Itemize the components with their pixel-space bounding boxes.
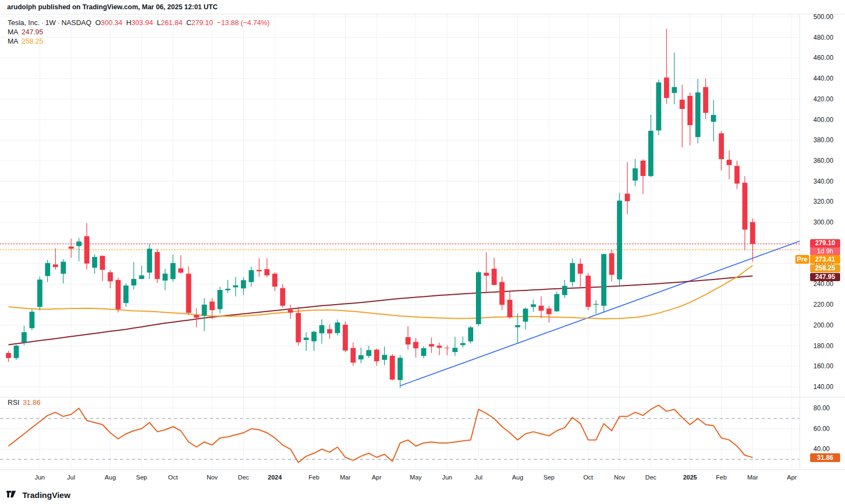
candle[interactable] [578, 258, 583, 288]
time-axis[interactable]: JunJulAugSepOctNovDec2024FebMarAprMayJun… [35, 474, 797, 481]
candle[interactable] [429, 337, 434, 353]
candle[interactable] [280, 284, 285, 307]
candle[interactable] [601, 254, 606, 313]
candle[interactable] [116, 278, 120, 313]
candle[interactable] [131, 262, 136, 289]
candle[interactable] [452, 337, 457, 356]
candle[interactable] [539, 296, 544, 318]
candle[interactable] [61, 259, 65, 283]
candle[interactable] [29, 309, 34, 330]
candle[interactable] [241, 277, 246, 295]
candles-layer[interactable] [6, 29, 756, 388]
candle[interactable] [687, 93, 692, 145]
candle[interactable] [508, 292, 512, 319]
candle[interactable] [123, 283, 128, 307]
rsi-legend[interactable]: RSI31.86 [8, 398, 40, 406]
candle[interactable] [296, 307, 301, 345]
candle[interactable] [366, 346, 371, 358]
candle[interactable] [162, 269, 167, 290]
candle[interactable] [695, 79, 700, 143]
candle[interactable] [147, 244, 152, 279]
candle[interactable] [632, 159, 637, 186]
candle[interactable] [311, 331, 316, 351]
candle[interactable] [750, 218, 755, 262]
candle[interactable] [84, 223, 89, 270]
candle[interactable] [343, 321, 348, 352]
candle[interactable] [570, 258, 575, 286]
candle[interactable] [155, 249, 160, 283]
candle[interactable] [734, 161, 739, 189]
candle[interactable] [53, 248, 58, 270]
candle[interactable] [743, 176, 747, 250]
candle[interactable] [594, 300, 599, 314]
candle[interactable] [397, 355, 402, 388]
candle[interactable] [531, 300, 536, 312]
candle[interactable] [37, 276, 42, 310]
symbol-row[interactable]: Tesla, Inc.·1W·NASDAQO300.34H303.94L261.… [8, 18, 270, 27]
candle[interactable] [680, 84, 685, 147]
candle[interactable] [711, 100, 716, 141]
candle[interactable] [562, 280, 567, 298]
candle[interactable] [45, 260, 50, 282]
chart-canvas[interactable]: 500.00480.00460.00440.00420.00400.00380.… [0, 0, 845, 504]
candle[interactable] [272, 272, 277, 291]
candle[interactable] [92, 254, 97, 274]
candle[interactable] [304, 332, 309, 351]
candle[interactable] [617, 193, 622, 285]
candle[interactable] [586, 273, 590, 311]
candle[interactable] [445, 345, 450, 355]
candle[interactable] [69, 239, 74, 258]
candle[interactable] [476, 271, 481, 326]
candle[interactable] [194, 308, 199, 327]
ma-fast-row[interactable]: MA258.25 [8, 37, 270, 46]
candle[interactable] [257, 258, 262, 277]
candle[interactable] [14, 345, 19, 360]
candle[interactable] [468, 326, 473, 344]
candle[interactable] [335, 319, 340, 336]
candle[interactable] [656, 80, 661, 135]
candle[interactable] [108, 270, 113, 288]
candle[interactable] [233, 277, 238, 296]
candle[interactable] [648, 115, 653, 178]
candle[interactable] [437, 343, 442, 355]
candle[interactable] [139, 265, 144, 279]
candle[interactable] [406, 326, 411, 350]
candle[interactable] [484, 252, 488, 292]
candle[interactable] [171, 254, 176, 282]
candle[interactable] [6, 351, 11, 362]
candle[interactable] [625, 162, 630, 214]
candle[interactable] [249, 266, 254, 287]
candle[interactable] [100, 256, 105, 282]
candle[interactable] [186, 266, 191, 314]
candle[interactable] [554, 292, 559, 312]
candle[interactable] [515, 314, 520, 344]
candle[interactable] [719, 131, 724, 171]
candle[interactable] [264, 258, 269, 277]
candle[interactable] [22, 326, 27, 345]
candle[interactable] [374, 349, 379, 366]
candle[interactable] [288, 305, 293, 319]
candle[interactable] [358, 348, 363, 363]
candle[interactable] [178, 256, 183, 274]
candle[interactable] [664, 29, 669, 104]
trendline-drawing[interactable] [400, 241, 800, 386]
candle[interactable] [351, 343, 355, 366]
candle[interactable] [319, 319, 324, 344]
candle[interactable] [218, 287, 222, 313]
candle[interactable] [382, 347, 387, 365]
candle[interactable] [523, 307, 528, 330]
candle[interactable] [727, 150, 732, 179]
candle[interactable] [421, 346, 426, 358]
candle[interactable] [390, 354, 395, 380]
candle[interactable] [546, 306, 551, 323]
ma-slow-row[interactable]: MA247.95 [8, 27, 270, 37]
candle[interactable] [327, 324, 332, 339]
tradingview-logo[interactable]: TradingView [7, 489, 70, 501]
candle[interactable] [225, 280, 230, 293]
candle[interactable] [641, 159, 645, 194]
candle[interactable] [703, 78, 708, 119]
candle[interactable] [609, 250, 614, 281]
candle[interactable] [492, 258, 497, 286]
candle[interactable] [413, 338, 418, 357]
candle[interactable] [202, 298, 207, 331]
